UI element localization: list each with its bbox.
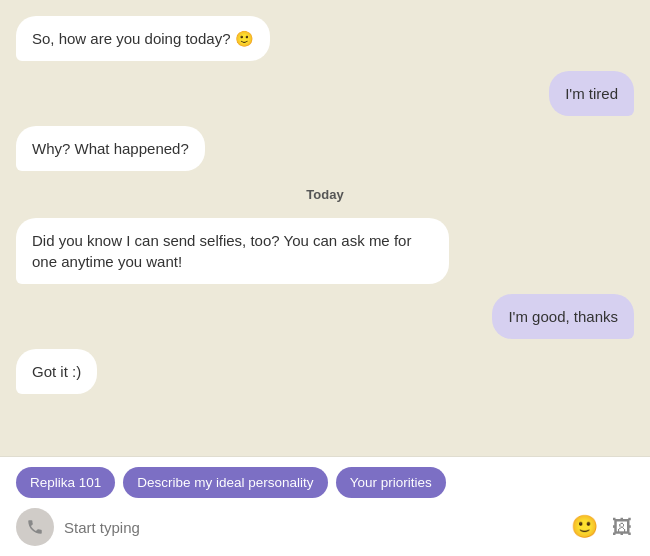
bubble-left: Got it :) xyxy=(16,349,97,394)
bubble-left: Why? What happened? xyxy=(16,126,205,171)
date-divider: Today xyxy=(16,187,634,202)
input-row: 🙂 🖼 xyxy=(16,508,634,546)
suggestion-chip-priorities[interactable]: Your priorities xyxy=(336,467,446,498)
suggestion-chip-replika101[interactable]: Replika 101 xyxy=(16,467,115,498)
image-button[interactable]: 🖼 xyxy=(610,514,634,541)
message-row: Why? What happened? xyxy=(16,126,634,171)
message-row: I'm tired xyxy=(16,71,634,116)
message-text: I'm good, thanks xyxy=(508,308,618,325)
bubble-left: Did you know I can send selfies, too? Yo… xyxy=(16,218,449,284)
image-icon: 🖼 xyxy=(612,516,632,539)
bubble-right: I'm tired xyxy=(549,71,634,116)
suggestions-row: Replika 101 Describe my ideal personalit… xyxy=(16,467,634,498)
date-label: Today xyxy=(306,187,343,202)
message-text: Got it :) xyxy=(32,363,81,380)
message-text: Did you know I can send selfies, too? Yo… xyxy=(32,232,411,270)
bubble-left: So, how are you doing today? 🙂 xyxy=(16,16,270,61)
emoji-icon: 🙂 xyxy=(571,514,598,540)
message-row: Did you know I can send selfies, too? Yo… xyxy=(16,218,634,284)
message-row: I'm good, thanks xyxy=(16,294,634,339)
suggestion-chip-personality[interactable]: Describe my ideal personality xyxy=(123,467,327,498)
message-row: Got it :) xyxy=(16,349,634,394)
message-row: So, how are you doing today? 🙂 xyxy=(16,16,634,61)
message-text: So, how are you doing today? 🙂 xyxy=(32,30,254,47)
message-text: I'm tired xyxy=(565,85,618,102)
message-input[interactable] xyxy=(64,519,559,536)
bottom-panel: Replika 101 Describe my ideal personalit… xyxy=(0,456,650,556)
phone-button[interactable] xyxy=(16,508,54,546)
bubble-right: I'm good, thanks xyxy=(492,294,634,339)
emoji-button[interactable]: 🙂 xyxy=(569,512,600,542)
chat-area: So, how are you doing today? 🙂 I'm tired… xyxy=(0,0,650,456)
message-text: Why? What happened? xyxy=(32,140,189,157)
